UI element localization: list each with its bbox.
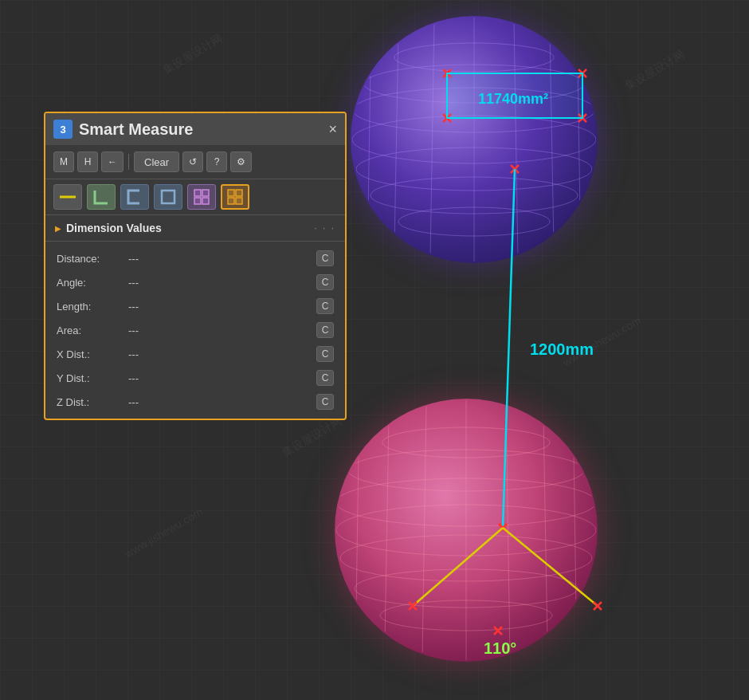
svg-rect-58 [162, 191, 175, 203]
dimension-section-header: ▶ Dimension Values · · · [45, 215, 345, 242]
svg-line-26 [356, 451, 359, 609]
line-tool-icon[interactable] [53, 184, 82, 210]
svg-rect-63 [228, 190, 234, 196]
purple-sphere [351, 16, 598, 263]
panel-toolbar: M H ← Clear ↺ ? ⚙ [45, 145, 345, 179]
distance-value: --- [128, 253, 316, 265]
zdist-label: Z Dist.: [57, 396, 128, 408]
table-row: Distance: --- C [45, 246, 345, 270]
help-button[interactable]: ? [206, 151, 227, 172]
svg-rect-64 [236, 190, 242, 196]
zdist-clear-button[interactable]: C [316, 394, 334, 410]
angle-clear-button[interactable]: C [316, 274, 334, 290]
distance-clear-button[interactable]: C [316, 250, 334, 266]
panel-title: Smart Measure [79, 120, 322, 139]
area-clear-button[interactable]: C [316, 322, 334, 338]
svg-rect-60 [202, 190, 209, 196]
svg-line-29 [574, 451, 576, 609]
angle-value: --- [128, 277, 316, 289]
settings-button[interactable]: ⚙ [230, 151, 252, 172]
ydist-value: --- [128, 372, 316, 384]
section-dots: · · · [314, 222, 335, 234]
l-shape-tool-icon[interactable] [87, 184, 116, 210]
svg-rect-59 [194, 190, 201, 196]
svg-rect-66 [236, 198, 242, 204]
close-button[interactable]: × [328, 122, 337, 136]
svg-line-24 [422, 403, 426, 658]
grid-pink-tool-icon[interactable] [187, 184, 216, 210]
reset-button[interactable]: ↺ [182, 151, 203, 172]
tool-icons-row [45, 179, 345, 215]
distance-label: Distance: [57, 253, 128, 265]
pink-sphere [335, 399, 598, 662]
svg-line-9 [430, 20, 434, 259]
c-shape-tool-icon[interactable] [120, 184, 149, 210]
angle-label: Angle: [57, 277, 128, 289]
length-clear-button[interactable]: C [316, 298, 334, 314]
table-row: Angle: --- C [45, 270, 345, 294]
toolbar-separator [128, 154, 129, 170]
svg-line-10 [394, 33, 398, 246]
table-row: X Dist.: --- C [45, 342, 345, 366]
table-row: Y Dist.: --- C [45, 366, 345, 390]
svg-line-27 [506, 403, 510, 658]
rect-tool-icon[interactable] [154, 184, 182, 210]
arrow-button[interactable]: ← [101, 151, 124, 172]
table-row: Z Dist.: --- C [45, 390, 345, 414]
xdist-value: --- [128, 348, 316, 360]
clear-button[interactable]: Clear [134, 151, 179, 172]
section-title: Dimension Values [66, 222, 162, 234]
area-label: Area: [57, 324, 128, 336]
svg-line-14 [578, 65, 580, 214]
grid-orange-tool-icon[interactable] [221, 184, 249, 210]
ydist-label: Y Dist.: [57, 372, 128, 384]
svg-line-11 [368, 65, 371, 214]
panel-logo: 3 [53, 120, 73, 139]
smart-measure-panel: 3 Smart Measure × M H ← Clear ↺ ? ⚙ [44, 112, 347, 420]
ydist-clear-button[interactable]: C [316, 370, 334, 386]
dimension-table: Distance: --- C Angle: --- C Length: ---… [45, 242, 345, 419]
xdist-label: X Dist.: [57, 348, 128, 360]
svg-rect-62 [202, 198, 209, 204]
zdist-value: --- [128, 396, 316, 408]
mode-h-button[interactable]: H [77, 151, 98, 172]
xdist-clear-button[interactable]: C [316, 346, 334, 362]
svg-text:1200mm: 1200mm [530, 340, 594, 358]
panel-titlebar: 3 Smart Measure × [45, 113, 345, 145]
svg-rect-61 [194, 198, 201, 204]
table-row: Area: --- C [45, 318, 345, 342]
area-value: --- [128, 324, 316, 336]
length-label: Length: [57, 301, 128, 313]
svg-line-13 [550, 33, 554, 246]
table-row: Length: --- C [45, 294, 345, 318]
length-value: --- [128, 301, 316, 313]
mode-m-button[interactable]: M [53, 151, 74, 172]
section-arrow-icon: ▶ [55, 224, 61, 233]
svg-line-12 [514, 20, 518, 259]
svg-rect-65 [228, 198, 234, 204]
